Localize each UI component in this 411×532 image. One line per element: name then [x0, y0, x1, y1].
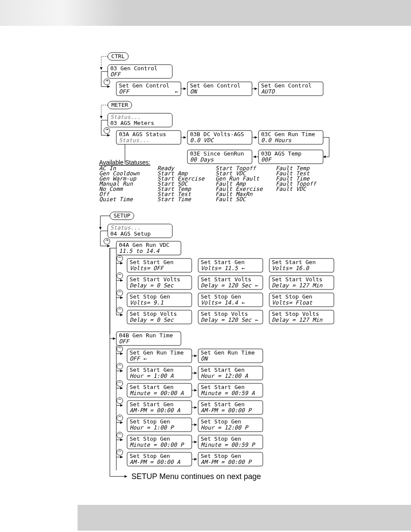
setup-continue-text: SETUP Menu continues on next page [131, 472, 261, 481]
svg-point-67 [104, 238, 110, 244]
svg-text:03B DC Volts-AGS: 03B DC Volts-AGS [190, 131, 244, 137]
meter-pill: METER [108, 101, 132, 109]
svg-text:Set Gen Run Time: Set Gen Run Time [201, 349, 255, 356]
svg-text:Set Gen Control: Set Gen Control [119, 82, 169, 89]
svg-text:AM-PM  =  00:00 P: AM-PM = 00:00 P [201, 407, 252, 414]
svg-point-120 [117, 449, 123, 455]
setup-menu-box: Status... 04 AGS Setup [108, 224, 172, 238]
diagram-container: CTRL 03 Gen Control OFF Set Gen Control … [0, 52, 411, 491]
setup-pill: SETUP [110, 212, 134, 220]
svg-text:AM-PM  = 00:00  A: AM-PM = 00:00 A [130, 459, 181, 465]
svg-text:Set Stop Gen: Set Stop Gen [201, 436, 241, 442]
ctrl-menu-box: 03 Gen Control OFF [108, 65, 172, 78]
meter-row2: 03D AGS Temp 00F 03E Since GenRun 00 Day… [187, 150, 323, 164]
svg-text:OFF           ←: OFF ← [130, 355, 147, 362]
svg-text:Delay = 120 Sec ←: Delay = 120 Sec ← [201, 317, 258, 323]
svg-text:Fault VDC: Fault VDC [276, 186, 307, 192]
svg-text:Set Gen Control: Set Gen Control [261, 82, 311, 89]
svg-point-116 [117, 380, 123, 386]
svg-text:0.0 VDC: 0.0 VDC [190, 137, 215, 143]
svg-text:Set Stop Gen: Set Stop Gen [201, 453, 241, 459]
svg-text:03A AGS Status: 03A AGS Status [119, 131, 166, 137]
page-header-gradient [0, 0, 411, 26]
svg-text:04A Gen Run VDC: 04A Gen Run VDC [119, 242, 169, 248]
svg-text:Minute = 00:00  P: Minute = 00:00 P [130, 442, 184, 448]
svg-text:Set Start Gen: Set Start Gen [201, 401, 245, 408]
svg-text:Delay =   0 Sec: Delay = 0 Sec [130, 317, 174, 323]
svg-text:Delay = 127 Min: Delay = 127 Min [272, 282, 323, 289]
svg-text:AUTO: AUTO [261, 88, 275, 95]
svg-text:Delay = 120 Sec ←: Delay = 120 Sec ← [201, 282, 258, 289]
svg-text:Hour   = 12:00  A: Hour = 12:00 A [201, 373, 248, 379]
svg-text:Set Stop Gen: Set Stop Gen [272, 293, 312, 300]
svg-text:00F: 00F [261, 156, 272, 163]
svg-text:Set Stop Gen: Set Stop Gen [130, 453, 170, 459]
svg-text:AM-PM  = 00:00  P: AM-PM = 00:00 P [201, 459, 252, 465]
svg-text:Set Stop Volts: Set Stop Volts [130, 311, 177, 317]
svg-point-73 [117, 290, 123, 296]
svg-text:Set Start Gen: Set Start Gen [201, 259, 245, 265]
svg-text:00 Days: 00 Days [190, 156, 214, 163]
svg-text:04 AGS Setup: 04 AGS Setup [110, 230, 151, 237]
svg-text:03 Gen Control: 03 Gen Control [110, 65, 158, 72]
svg-point-117 [117, 398, 123, 404]
knob-icon [104, 79, 110, 85]
svg-text:Set Gen Run Time: Set Gen Run Time [130, 349, 184, 356]
svg-text:Set Stop Gen: Set Stop Gen [201, 293, 241, 300]
svg-text:03 AGS Meters: 03 AGS Meters [110, 120, 154, 126]
setup-04a-head: 04A Gen Run VDC 11.5 to 14.4 [116, 241, 181, 255]
svg-text:Set Stop Volts: Set Stop Volts [272, 311, 319, 317]
ctrl-pill: CTRL [108, 53, 128, 60]
svg-text:Quiet Time: Quiet Time [99, 196, 133, 202]
svg-text:Volts= 11.5   ←: Volts= 11.5 ← [201, 265, 245, 271]
svg-text:SETUP: SETUP [113, 212, 130, 219]
svg-text:Minute =  00:59 A: Minute = 00:59 A [201, 390, 255, 396]
svg-text:ON: ON [201, 355, 209, 362]
svg-point-74 [117, 307, 123, 313]
status-list: AC In Gen Cooldown Gen Warm-up Manual Ru… [99, 165, 317, 202]
svg-text:METER: METER [111, 102, 128, 108]
svg-text:03D AGS Temp: 03D AGS Temp [261, 150, 302, 157]
svg-text:Set Start Volts: Set Start Volts [201, 276, 251, 283]
page-footer-bar [78, 505, 411, 531]
svg-text:04B Gen Run Time: 04B Gen Run Time [119, 332, 173, 339]
menu-flow-diagram: CTRL 03 Gen Control OFF Set Gen Control … [86, 52, 362, 491]
svg-text:Status...: Status... [110, 224, 140, 231]
svg-text:AM-PM  =  00:00 A: AM-PM = 00:00 A [130, 407, 181, 414]
svg-text:OFF: OFF [110, 71, 121, 78]
setup-04b-rows: Set Gen Run TimeOFF ← Set Gen Run TimeON… [116, 345, 263, 470]
svg-point-118 [117, 415, 123, 421]
svg-text:Minute = 00:59  P: Minute = 00:59 P [201, 442, 255, 448]
svg-text:Start Time: Start Time [157, 196, 191, 202]
svg-text:Volts= OFF: Volts= OFF [130, 265, 164, 271]
svg-text:Set Start Gen: Set Start Gen [130, 384, 174, 390]
svg-text:0.0 Hours: 0.0 Hours [261, 137, 292, 143]
svg-text:Set Stop Gen: Set Stop Gen [130, 293, 170, 300]
svg-text:OFF: OFF [119, 338, 130, 345]
svg-text:Hour   =  1:00  P: Hour = 1:00 P [130, 424, 174, 431]
svg-text:Hour   = 12:00  P: Hour = 12:00 P [201, 424, 249, 431]
svg-text:Delay = 127 Min: Delay = 127 Min [272, 317, 323, 323]
svg-text:←: ← [175, 88, 178, 95]
setup-04b-head: 04B Gen Run Time OFF [116, 332, 181, 345]
svg-text:Set Gen Control: Set Gen Control [190, 82, 240, 89]
meter-row1: 03A AGS Status Status... 03B DC Volts-AG… [116, 131, 323, 144]
svg-text:03C Gen Run Time: 03C Gen Run Time [261, 131, 315, 137]
svg-text:Set Start Gen: Set Start Gen [130, 367, 174, 373]
svg-text:OFF: OFF [119, 88, 130, 95]
ctrl-title: CTRL [111, 53, 125, 59]
svg-text:Volts= 16.0: Volts= 16.0 [272, 265, 309, 271]
svg-text:Set Start Gen: Set Start Gen [201, 384, 245, 390]
svg-text:ON: ON [190, 88, 198, 95]
svg-text:Hour   =  1:00  A: Hour = 1:00 A [130, 373, 174, 379]
svg-text:Volts= Float: Volts= Float [272, 299, 313, 306]
svg-point-115 [117, 363, 123, 369]
svg-text:Set Stop Gen: Set Stop Gen [130, 418, 170, 425]
svg-point-119 [117, 432, 123, 438]
svg-point-20 [104, 128, 110, 134]
setup-04a-rows: Set Start GenVolts= OFF Set Start GenVol… [116, 255, 334, 324]
svg-text:Set Start Volts: Set Start Volts [130, 276, 180, 283]
svg-text:Set Start Gen: Set Start Gen [130, 259, 174, 265]
svg-text:Set Stop Volts: Set Stop Volts [201, 311, 248, 317]
svg-text:Set Start Volts: Set Start Volts [272, 276, 322, 283]
